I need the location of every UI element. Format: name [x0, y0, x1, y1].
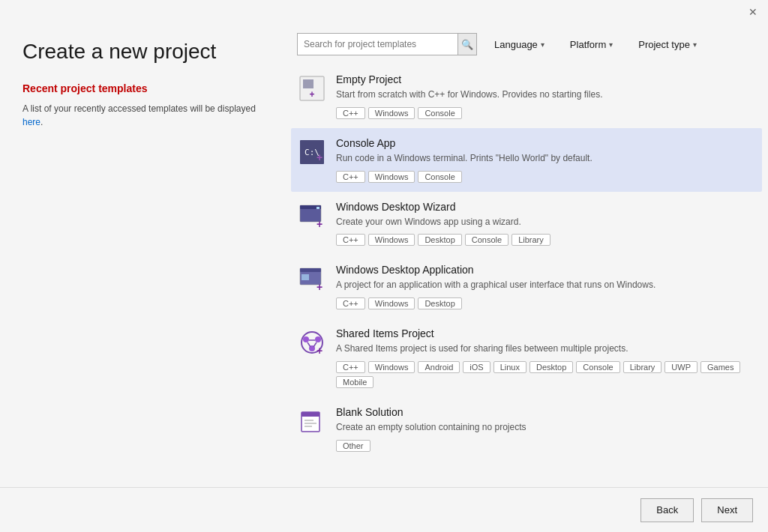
win-desktop-wizard-tags: C++ Windows Desktop Console Library — [336, 234, 754, 246]
tag: C++ — [336, 361, 365, 373]
template-item-console-app[interactable]: C:\ + Console App Run code in a Windows … — [291, 128, 762, 192]
footer: Back Next — [0, 487, 768, 532]
main-content: Create a new project Recent project temp… — [0, 24, 768, 487]
template-item-win-desktop-wizard[interactable]: + Windows Desktop Wizard Create your own… — [291, 192, 762, 256]
svg-text:+: + — [316, 281, 322, 292]
tag: Windows — [368, 361, 416, 373]
tag: C++ — [336, 171, 365, 183]
main-window: ✕ Create a new project Recent project te… — [0, 0, 768, 532]
tag: Games — [700, 361, 740, 373]
blank-solution-info: Blank Solution Create an empty solution … — [336, 406, 754, 452]
search-box[interactable]: 🔍 — [297, 33, 477, 55]
tag: Windows — [368, 107, 416, 119]
empty-project-info: Empty Project Start from scratch with C+… — [336, 73, 754, 119]
left-panel: Create a new project Recent project temp… — [0, 24, 285, 487]
win-desktop-app-tags: C++ Windows Desktop — [336, 297, 754, 309]
tag: Console — [418, 107, 461, 119]
tag: Console — [465, 234, 508, 246]
blank-solution-name: Blank Solution — [336, 406, 754, 418]
win-desktop-wizard-info: Windows Desktop Wizard Create your own W… — [336, 201, 754, 247]
win-desktop-app-name: Windows Desktop Application — [336, 264, 754, 276]
svg-rect-12 — [302, 274, 309, 280]
shared-items-name: Shared Items Project — [336, 327, 754, 339]
next-button[interactable]: Next — [701, 498, 753, 522]
console-app-tags: C++ Windows Console — [336, 171, 754, 183]
shared-items-info: Shared Items Project A Shared Items proj… — [336, 327, 754, 388]
win-desktop-app-desc: A project for an application with a grap… — [336, 279, 754, 291]
template-item-blank-solution[interactable]: Blank Solution Create an empty solution … — [291, 397, 762, 461]
empty-project-icon: + — [298, 75, 326, 102]
close-button[interactable]: ✕ — [744, 3, 762, 21]
platform-arrow-icon: ▾ — [609, 40, 613, 49]
title-bar: ✕ — [0, 0, 768, 24]
svg-rect-25 — [304, 423, 316, 424]
tag: Mobile — [336, 376, 374, 388]
svg-text:+: + — [316, 151, 322, 163]
console-app-info: Console App Run code in a Windows termin… — [336, 137, 754, 183]
blank-solution-tags: Other — [336, 440, 754, 452]
language-label: Language — [494, 39, 538, 50]
tag: iOS — [463, 361, 490, 373]
tag: UWP — [664, 361, 698, 373]
blank-solution-desc: Create an empty solution containing no p… — [336, 421, 754, 434]
recent-desc-end: . — [40, 117, 43, 127]
empty-project-tags: C++ Windows Console — [336, 107, 754, 119]
empty-project-desc: Start from scratch with C++ for Windows.… — [336, 88, 754, 101]
svg-text:+: + — [316, 218, 322, 229]
console-app-icon: C:\ + — [298, 139, 326, 166]
tag: Other — [336, 440, 370, 452]
svg-text:+: + — [316, 345, 322, 356]
svg-rect-11 — [300, 268, 321, 272]
search-icon-button[interactable]: 🔍 — [458, 34, 476, 55]
svg-point-16 — [315, 336, 321, 342]
tag: Desktop — [418, 234, 461, 246]
shared-items-icon: + — [298, 329, 326, 356]
search-input[interactable] — [298, 34, 458, 55]
tag: C++ — [336, 107, 365, 119]
tag: Console — [576, 361, 620, 373]
win-desktop-app-info: Windows Desktop Application A project fo… — [336, 264, 754, 309]
blank-solution-icon — [298, 408, 326, 435]
win-desktop-wizard-icon: + — [298, 202, 326, 229]
svg-rect-26 — [304, 426, 312, 427]
platform-dropdown[interactable]: Platform ▾ — [562, 33, 621, 55]
svg-text:+: + — [309, 89, 314, 100]
tag: Linux — [494, 361, 526, 373]
tag: Library — [512, 234, 550, 246]
svg-rect-1 — [303, 79, 314, 88]
platform-label: Platform — [570, 39, 606, 50]
recent-desc-link[interactable]: here — [22, 117, 40, 127]
console-app-desc: Run code in a Windows terminal. Prints "… — [336, 152, 754, 165]
template-item-win-desktop-app[interactable]: + Windows Desktop Application A project … — [291, 255, 762, 318]
template-item-empty-project[interactable]: + Empty Project Start from scratch with … — [291, 64, 762, 128]
tag: Windows — [368, 297, 416, 309]
shared-items-desc: A Shared Items project is used for shari… — [336, 342, 754, 355]
right-panel: 🔍 Language ▾ Platform ▾ Project type ▾ — [285, 24, 768, 487]
page-title: Create a new project — [22, 39, 262, 64]
recent-heading: Recent project templates — [22, 82, 262, 94]
win-desktop-wizard-name: Windows Desktop Wizard — [336, 201, 754, 213]
tag: Desktop — [418, 297, 461, 309]
svg-rect-24 — [304, 420, 314, 421]
toolbar: 🔍 Language ▾ Platform ▾ Project type ▾ — [285, 24, 768, 64]
template-item-shared-items[interactable]: + Shared Items Project A Shared Items pr… — [291, 318, 762, 397]
project-type-label: Project type — [638, 39, 690, 50]
svg-rect-8 — [316, 207, 320, 209]
tag: Windows — [368, 234, 416, 246]
back-button[interactable]: Back — [640, 498, 694, 522]
svg-point-15 — [303, 336, 309, 342]
language-dropdown[interactable]: Language ▾ — [486, 33, 553, 55]
recent-desc: A list of your recently accessed templat… — [22, 102, 262, 129]
tag: Windows — [368, 171, 416, 183]
tag: Desktop — [530, 361, 573, 373]
templates-list: + Empty Project Start from scratch with … — [285, 64, 768, 487]
svg-line-19 — [308, 342, 310, 347]
win-desktop-app-icon: + — [298, 265, 326, 292]
recent-desc-text: A list of your recently accessed templat… — [22, 103, 256, 114]
project-type-arrow-icon: ▾ — [693, 40, 697, 49]
language-arrow-icon: ▾ — [541, 40, 544, 49]
project-type-dropdown[interactable]: Project type ▾ — [630, 33, 705, 55]
tag: Library — [623, 361, 662, 373]
console-app-name: Console App — [336, 137, 754, 149]
empty-project-name: Empty Project — [336, 73, 754, 85]
